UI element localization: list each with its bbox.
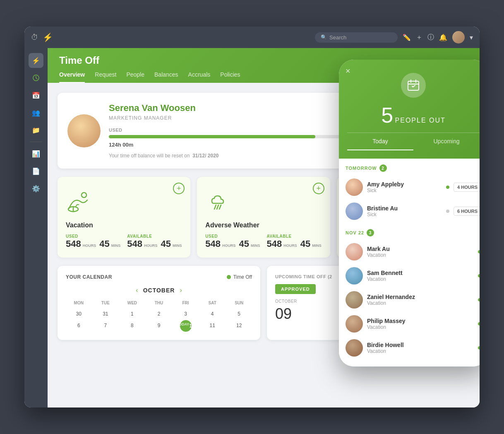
cal-days: 30 31 1 2 3 4 5 6 7 8 9 xyxy=(66,309,252,332)
cal-day: 1 xyxy=(119,309,145,319)
tab-request[interactable]: Request xyxy=(95,71,116,83)
person-info-zaniel: Zaniel Hernandez Vacation xyxy=(367,294,474,306)
mobile-tab-today[interactable]: Today xyxy=(347,133,413,150)
from-date-group: OCTOBER 09 xyxy=(275,299,297,323)
mobile-body: TOMORROW 2 Amy Appleby Sick 4 HOURS Bris… xyxy=(339,159,480,366)
cal-nav: ‹ OCTOBER › xyxy=(66,287,252,294)
dot-zaniel xyxy=(478,298,480,301)
dot-sam xyxy=(478,274,480,277)
cal-day-today: TODAY10 xyxy=(180,320,192,332)
person-row-mark: Mark Au Vacation xyxy=(346,240,480,264)
chevron-down-icon[interactable]: ▾ xyxy=(470,34,473,41)
clock-icon: ⏱ xyxy=(31,33,38,42)
search-placeholder: Search xyxy=(329,34,346,41)
next-month-button[interactable]: › xyxy=(180,287,182,294)
person-info-amy: Amy Appleby Sick xyxy=(367,181,442,193)
sidebar-item-doc[interactable]: 📄 xyxy=(29,164,43,178)
category-card-vacation: + Vacation xyxy=(58,177,190,258)
cal-day: 2 xyxy=(146,309,172,319)
person-row-philip: Philip Massey Vacation xyxy=(346,312,480,336)
cal-day: 7 xyxy=(93,320,119,332)
cal-day: 12 xyxy=(226,320,252,332)
person-info-bristine: Bristine Au Sick xyxy=(367,205,442,217)
people-count-row: 5 PEOPLE OUT xyxy=(347,103,480,128)
person-info-mark: Mark Au Vacation xyxy=(367,246,474,258)
mobile-green-header: × 5 PEOPLE OUT Today Upcoming xyxy=(339,60,480,159)
approved-badge: APPROVED xyxy=(275,284,316,294)
dot-mark xyxy=(478,250,480,253)
section-nov22: NOV 22 3 xyxy=(346,223,480,240)
sidebar-item-people[interactable]: 👥 xyxy=(29,105,43,120)
people-label: PEOPLE OUT xyxy=(395,117,446,124)
svg-line-5 xyxy=(217,205,218,209)
calendar-card: YOUR CALENDAR Time Off ‹ OCTOBER › xyxy=(58,266,260,340)
cal-day: 3 xyxy=(173,309,199,319)
tab-policies[interactable]: Policies xyxy=(220,71,240,83)
bell-icon[interactable]: 🔔 xyxy=(439,34,447,41)
sidebar-item-folder[interactable]: 📁 xyxy=(29,123,43,137)
prev-month-button[interactable]: ‹ xyxy=(136,287,138,294)
calendar-header-row: YOUR CALENDAR Time Off xyxy=(66,274,252,280)
time-off-legend: Time Off xyxy=(227,274,252,280)
profile-avatar xyxy=(67,114,101,147)
svg-line-4 xyxy=(214,205,216,209)
avatar-mark xyxy=(346,243,363,260)
tab-people[interactable]: People xyxy=(126,71,144,83)
tab-balances[interactable]: Balances xyxy=(154,71,178,83)
calendar-title: YOUR CALENDAR xyxy=(66,274,112,280)
person-info-philip: Philip Massey Vacation xyxy=(367,318,474,330)
dot-philip xyxy=(478,322,480,326)
sidebar-item-chart[interactable]: 📊 xyxy=(29,146,43,161)
person-row-sam: Sam Bennett Vacation xyxy=(346,264,480,288)
person-info-birdie: Birdie Howell Vacation xyxy=(367,342,474,354)
cal-day: 31 xyxy=(93,309,119,319)
dot-amy xyxy=(446,186,449,189)
add-vacation-button[interactable]: + xyxy=(173,183,185,194)
weather-icon xyxy=(205,188,322,217)
add-icon[interactable]: ＋ xyxy=(416,33,422,42)
cal-day: 4 xyxy=(199,309,226,319)
cal-month: OCTOBER xyxy=(143,287,175,294)
mobile-overlay: × 5 PEOPLE OUT Today Upcoming xyxy=(339,60,480,366)
sidebar-item-settings[interactable]: ⚙️ xyxy=(29,181,43,196)
user-avatar[interactable] xyxy=(452,31,465,43)
weather-stats: USED 548 HOURS 45 MINS AVAILABLE xyxy=(205,234,322,249)
mobile-tab-upcoming[interactable]: Upcoming xyxy=(413,133,480,150)
mobile-close-button[interactable]: × xyxy=(346,66,350,76)
top-bar: ⏱ ⚡ 🔍 Search ✏️ ＋ ⓘ 🔔 ▾ xyxy=(24,27,480,48)
add-weather-button[interactable]: + xyxy=(313,183,324,194)
used-value: 124h 00m xyxy=(109,142,133,148)
avatar-philip xyxy=(346,315,363,333)
person-row-bristine: Bristine Au Sick 6 HOURS xyxy=(346,199,480,223)
search-icon: 🔍 xyxy=(321,34,327,40)
cal-day: 30 xyxy=(66,309,92,319)
cal-day: 5 xyxy=(226,309,252,319)
search-box[interactable]: 🔍 Search xyxy=(315,32,398,43)
sidebar-item-home[interactable]: ⚡ xyxy=(29,53,43,68)
brand-icon: ⚡ xyxy=(43,32,53,42)
avatar-birdie xyxy=(346,339,363,357)
person-row-birdie: Birdie Howell Vacation xyxy=(346,336,480,360)
vacation-name: Vacation xyxy=(66,222,182,229)
edit-icon[interactable]: ✏️ xyxy=(403,34,411,41)
sidebar-item-calendar[interactable]: 📅 xyxy=(29,88,43,103)
hours-bristine: 6 HOURS xyxy=(454,207,480,216)
progress-fill xyxy=(109,135,315,138)
person-row-amy: Amy Appleby Sick 4 HOURS xyxy=(346,175,480,199)
svg-line-6 xyxy=(219,205,221,209)
vacation-icon xyxy=(66,188,182,217)
section-tomorrow: TOMORROW 2 xyxy=(346,159,480,175)
used-label: USED xyxy=(109,128,122,133)
people-count: 5 xyxy=(381,103,393,127)
info-icon[interactable]: ⓘ xyxy=(427,33,434,42)
sidebar-item-time[interactable] xyxy=(29,70,43,85)
cal-day-headers: MON TUE WED THU FRI SAT SUN xyxy=(66,299,252,307)
weather-name: Adverse Weather xyxy=(205,222,322,229)
cal-grid: MON TUE WED THU FRI SAT SUN 30 31 xyxy=(66,299,252,332)
hours-amy: 4 HOURS xyxy=(454,183,480,192)
tab-accruals[interactable]: Accruals xyxy=(188,71,211,83)
cal-day: 9 xyxy=(146,320,172,332)
cal-day: 6 xyxy=(66,320,92,332)
svg-rect-7 xyxy=(408,81,419,90)
tab-overview[interactable]: Overview xyxy=(59,71,85,83)
